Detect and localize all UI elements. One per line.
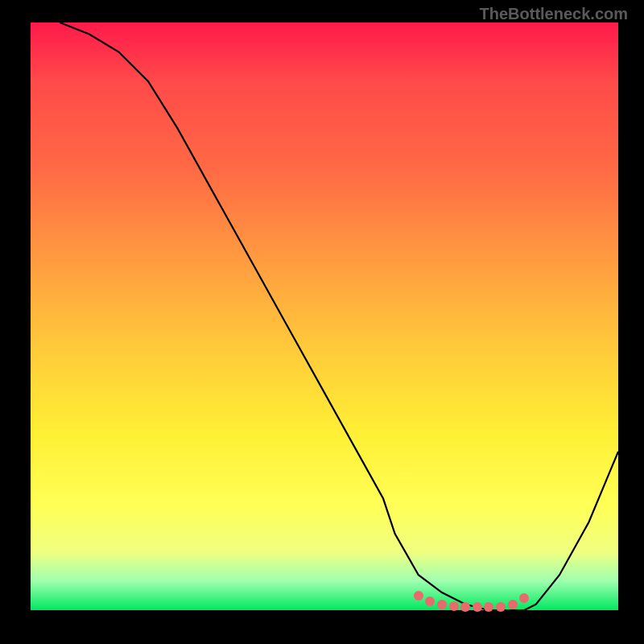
data-marker [496,602,506,612]
watermark-text: TheBottleneck.com [480,5,628,23]
plot-area [31,23,618,610]
data-marker [437,600,447,609]
data-marker [414,591,423,601]
data-marker [473,602,482,612]
data-marker [508,600,518,609]
chart-container: TheBottleneck.com [0,0,644,644]
marker-layer [31,23,618,610]
data-marker [484,602,493,612]
data-marker [519,593,529,603]
data-marker [449,601,459,611]
data-marker [460,602,470,612]
data-marker [425,597,435,606]
